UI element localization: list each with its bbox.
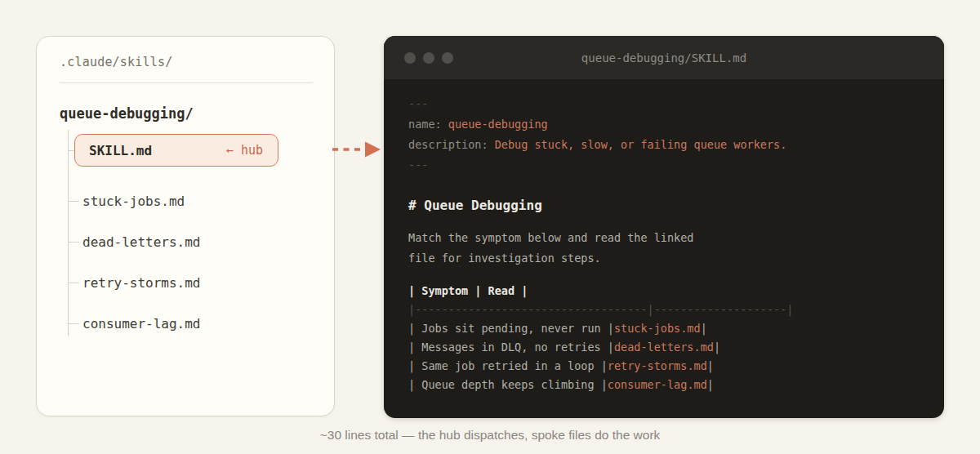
code-line: | Queue depth keeps climbing |consumer-l…	[408, 376, 920, 394]
code-segment: ---	[408, 158, 428, 171]
code-segment: name:	[408, 118, 448, 131]
illustration-canvas: .claude/skills/ queue-debugging/ SKILL.m…	[0, 0, 980, 454]
caption-text: ~30 lines total — the hub dispatches, sp…	[0, 428, 980, 443]
tree-item-hub-row: SKILL.md ← hub	[68, 134, 278, 167]
tree-tick	[68, 150, 74, 151]
tree-item-label: SKILL.md	[89, 143, 152, 158]
code-line: ---	[408, 94, 920, 114]
tree-item[interactable]: stuck-jobs.md	[68, 180, 329, 221]
code-line: # Queue Debugging	[408, 194, 920, 218]
code-segment: description:	[408, 138, 495, 151]
tree-item[interactable]: consumer-lag.md	[68, 303, 329, 344]
folder-name: queue-debugging/	[60, 105, 194, 122]
code-line: name: queue-debugging	[408, 114, 920, 135]
code-segment: Match the symptom below and read the lin…	[408, 231, 694, 244]
code-segment: stuck-jobs.md	[614, 322, 701, 335]
tree-tick	[68, 283, 79, 283]
code-segment: | Same job retried in a loop |	[408, 359, 608, 372]
code-segment: # Queue Debugging	[408, 198, 542, 213]
code-line: Match the symptom below and read the lin…	[408, 228, 920, 248]
tree-item-label: consumer-lag.md	[82, 316, 201, 332]
tree-item-skill-md[interactable]: SKILL.md ← hub	[74, 134, 278, 167]
window-dot-icon[interactable]	[404, 52, 416, 64]
code-line: | Messages in DLQ, no retries |dead-lett…	[408, 338, 920, 357]
code-segment: consumer-lag.md	[608, 378, 707, 391]
code-segment: dead-letters.md	[614, 340, 714, 354]
code-segment: | Jobs sit pending, never run |	[408, 322, 614, 335]
window-dot-icon[interactable]	[442, 52, 453, 64]
path-header: .claude/skills/	[60, 55, 172, 69]
hub-annotation: ← hub	[226, 143, 263, 158]
divider	[60, 82, 313, 83]
code-segment: Debug stuck, slow, or failing queue work…	[495, 138, 787, 151]
file-tree-panel: .claude/skills/ queue-debugging/ SKILL.m…	[36, 36, 335, 416]
code-segment: | Messages in DLQ, no retries |	[408, 340, 614, 354]
code-line: | Jobs sit pending, never run |stuck-job…	[408, 319, 920, 338]
code-segment: | Symptom | Read |	[408, 284, 528, 297]
code-line: file for investigation steps.	[408, 248, 920, 269]
editor-window: queue-debugging/SKILL.md ---name: queue-…	[384, 36, 944, 418]
hub-to-editor-arrow-icon	[332, 139, 382, 160]
tree-item[interactable]: retry-storms.md	[68, 262, 329, 303]
tree-item-label: dead-letters.md	[82, 234, 201, 250]
editor-content: ---name: queue-debuggingdescription: Deb…	[384, 79, 944, 394]
code-segment: retry-storms.md	[608, 359, 707, 372]
tree-item-label: retry-storms.md	[82, 275, 201, 291]
code-line: | Symptom | Read |	[408, 282, 920, 300]
code-segment: |-----------------------------------|---…	[408, 303, 793, 316]
editor-title: queue-debugging/SKILL.md	[384, 51, 944, 65]
code-segment: |	[701, 322, 707, 335]
code-line: ---	[408, 155, 920, 176]
code-line: description: Debug stuck, slow, or faili…	[408, 135, 920, 155]
code-segment: queue-debugging	[448, 118, 548, 131]
code-segment: | Queue depth keeps climbing |	[408, 378, 608, 391]
code-segment: |	[707, 359, 714, 372]
editor-titlebar: queue-debugging/SKILL.md	[384, 36, 944, 79]
spoke-list: stuck-jobs.mddead-letters.mdretry-storms…	[68, 180, 329, 344]
code-segment: |	[714, 340, 720, 354]
tree-item-label: stuck-jobs.md	[82, 194, 185, 209]
window-dot-icon[interactable]	[423, 52, 434, 64]
tree-tick	[68, 242, 79, 243]
code-line: | Same job retried in a loop |retry-stor…	[408, 357, 920, 376]
code-segment: ---	[408, 97, 428, 110]
tree-item[interactable]: dead-letters.md	[68, 221, 329, 262]
tree-tick	[68, 201, 79, 202]
window-dots	[404, 52, 453, 64]
code-segment: file for investigation steps.	[408, 251, 601, 265]
code-segment: |	[707, 378, 714, 391]
code-line: |-----------------------------------|---…	[408, 300, 920, 319]
tree-tick	[68, 323, 79, 324]
